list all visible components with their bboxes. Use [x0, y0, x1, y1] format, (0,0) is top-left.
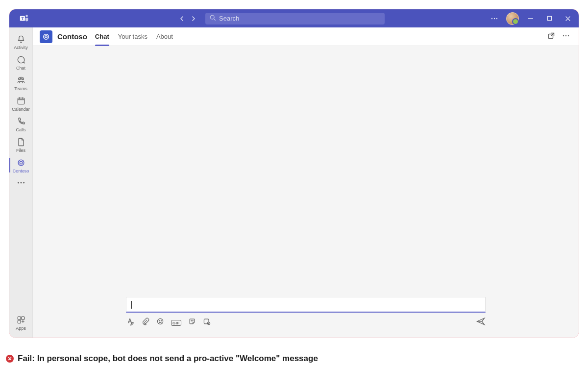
svg-point-29 [191, 320, 192, 321]
nav-back-button[interactable] [177, 14, 187, 24]
rail-teams-label: Teams [14, 86, 27, 91]
svg-point-3 [210, 15, 214, 19]
svg-point-24 [565, 35, 566, 36]
app-header: Contoso Chat Your tasks About [33, 27, 579, 46]
composer-toolbar: GIF [126, 317, 486, 328]
svg-rect-19 [18, 320, 21, 323]
message-input[interactable] [126, 297, 486, 313]
svg-point-12 [18, 160, 24, 166]
rail-calendar-label: Calendar [12, 107, 30, 112]
tab-about-label: About [156, 33, 173, 40]
rail-contoso-label: Contoso [13, 169, 29, 173]
rail-more-button[interactable] [17, 178, 25, 189]
send-button[interactable] [476, 317, 486, 328]
search-wrap [205, 13, 385, 24]
rail-apps[interactable]: Apps [9, 312, 33, 333]
rail-calendar[interactable]: Calendar [9, 93, 33, 114]
svg-point-13 [20, 161, 22, 164]
nav-arrows [177, 14, 198, 24]
format-button[interactable] [126, 317, 135, 327]
app-tabs: Chat Your tasks About [95, 27, 173, 46]
app-tile-icon [40, 30, 52, 43]
rail-calls-label: Calls [16, 127, 25, 132]
composer-area: GIF [33, 292, 579, 338]
window-maximize-button[interactable] [542, 12, 556, 25]
svg-point-20 [44, 34, 49, 39]
gif-icon: GIF [171, 320, 181, 326]
search-input[interactable] [219, 15, 381, 22]
svg-rect-17 [18, 317, 21, 319]
tab-your-tasks[interactable]: Your tasks [118, 27, 147, 46]
svg-rect-11 [18, 98, 24, 104]
svg-point-10 [20, 77, 22, 79]
svg-point-6 [496, 18, 497, 19]
svg-rect-7 [547, 16, 551, 20]
svg-point-27 [159, 320, 159, 321]
search-icon [209, 14, 216, 23]
svg-point-30 [193, 320, 193, 321]
svg-point-14 [17, 182, 19, 184]
svg-text:T: T [22, 16, 24, 21]
attach-button[interactable] [142, 317, 149, 327]
svg-point-25 [568, 35, 569, 36]
chat-empty-area [33, 46, 579, 292]
svg-point-28 [161, 320, 161, 321]
rail-chat[interactable]: Chat [9, 52, 33, 73]
svg-point-2 [25, 15, 28, 17]
left-rail: Activity Chat Teams Calendar Calls Files [9, 27, 33, 338]
rail-activity-label: Activity [14, 45, 28, 50]
fail-icon [6, 355, 14, 363]
caption-text: Fail: In personal scope, bot does not se… [18, 354, 318, 364]
more-button[interactable] [488, 12, 501, 25]
tab-about[interactable]: About [156, 27, 173, 46]
teams-logo-icon: T [19, 13, 30, 24]
app-title: Contoso [57, 32, 87, 41]
teams-window: T [9, 9, 579, 338]
user-avatar[interactable] [506, 12, 519, 25]
svg-point-15 [20, 182, 22, 184]
rail-apps-label: Apps [16, 326, 26, 331]
emoji-button[interactable] [156, 317, 164, 327]
window-close-button[interactable] [561, 12, 575, 25]
header-more-button[interactable] [562, 32, 570, 41]
tab-chat-label: Chat [95, 33, 109, 40]
svg-point-26 [157, 318, 163, 324]
nav-forward-button[interactable] [189, 14, 198, 24]
rail-calls[interactable]: Calls [9, 114, 33, 134]
validation-caption: Fail: In personal scope, bot does not se… [0, 347, 588, 364]
rail-files-label: Files [16, 148, 25, 153]
svg-rect-18 [21, 317, 24, 319]
popout-button[interactable] [547, 32, 555, 41]
tab-chat[interactable]: Chat [95, 27, 109, 46]
main-area: Contoso Chat Your tasks About [33, 27, 579, 338]
svg-point-5 [494, 18, 495, 19]
rail-activity[interactable]: Activity [9, 31, 33, 52]
gif-button[interactable]: GIF [171, 319, 181, 326]
text-cursor [131, 301, 132, 309]
extensions-button[interactable] [203, 317, 211, 327]
svg-point-23 [563, 35, 564, 36]
app-header-actions [547, 32, 570, 41]
titlebar: T [9, 9, 579, 27]
svg-point-4 [491, 18, 492, 19]
titlebar-right [488, 12, 575, 25]
sticker-button[interactable] [188, 317, 196, 327]
svg-point-21 [45, 35, 48, 38]
svg-point-16 [23, 182, 24, 184]
search-box[interactable] [205, 13, 385, 24]
rail-chat-label: Chat [16, 66, 25, 71]
rail-teams[interactable]: Teams [9, 73, 33, 93]
body: Activity Chat Teams Calendar Calls Files [9, 27, 579, 338]
rail-files[interactable]: Files [9, 134, 33, 155]
rail-contoso[interactable]: Contoso [9, 155, 33, 175]
tab-your-tasks-label: Your tasks [118, 33, 147, 40]
window-minimize-button[interactable] [524, 12, 538, 25]
